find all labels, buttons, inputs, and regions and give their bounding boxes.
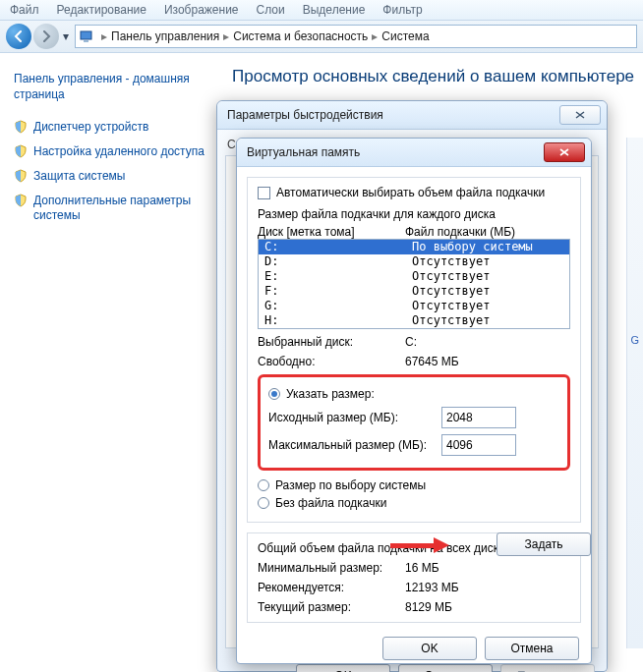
dialog-title: Параметры быстродействия [227, 108, 383, 122]
recommended-value: 12193 МБ [405, 581, 459, 594]
selected-drive-value: C: [405, 335, 417, 349]
cancel-button[interactable]: Отмена [485, 637, 579, 660]
maximum-size-label: Максимальный размер (МБ): [268, 438, 441, 452]
background-panel-edge: G [626, 138, 643, 648]
sidebar-home-link[interactable]: Панель управления - домашняя страница [14, 71, 206, 102]
breadcrumb-item[interactable]: Панель управления [111, 29, 219, 43]
radio-system-size[interactable] [258, 479, 269, 491]
page-title: Просмотр основных сведений о вашем компь… [232, 67, 635, 86]
radio-custom-size-label: Указать размер: [286, 387, 375, 401]
maximum-size-input[interactable] [441, 434, 516, 456]
min-size-label: Минимальный размер: [258, 561, 405, 575]
dialog-virtual-memory: Виртуальная память Автоматически выбират… [236, 138, 592, 664]
highlight-box: Указать размер: Исходный размер (МБ): Ма… [258, 374, 570, 471]
close-button[interactable] [559, 105, 601, 125]
initial-size-label: Исходный размер (МБ): [268, 411, 441, 424]
drive-list-row[interactable]: F:Отсутствует [259, 284, 569, 299]
shield-icon [14, 194, 28, 207]
sidebar-link-protection[interactable]: Защита системы [14, 169, 206, 184]
auto-manage-label: Автоматически выбирать объем файла подка… [276, 186, 545, 199]
svg-rect-0 [81, 31, 91, 39]
shield-icon [14, 144, 28, 158]
breadcrumb-item[interactable]: Система [381, 29, 429, 43]
selected-drive-label: Выбранный диск: [258, 335, 405, 349]
min-size-value: 16 МБ [405, 561, 439, 575]
address-bar[interactable]: ▸ Панель управления ▸ Система и безопасн… [75, 25, 637, 48]
sidebar-link-device-manager[interactable]: Диспетчер устройств [14, 120, 206, 135]
shield-icon [14, 169, 28, 183]
breadcrumb-item[interactable]: Система и безопасность [233, 29, 368, 43]
menu-bar: ФайлРедактированиеИзображениеСлоиВыделен… [0, 0, 643, 21]
free-space-value: 67645 МБ [405, 355, 459, 368]
radio-no-paging-label: Без файла подкачки [275, 496, 386, 510]
nav-bar: ▾ ▸ Панель управления ▸ Система и безопа… [0, 21, 643, 53]
drive-list[interactable]: C:По выбору системыD:ОтсутствуетE:Отсутс… [258, 239, 570, 329]
svg-rect-1 [84, 40, 88, 42]
nav-back-button[interactable] [6, 24, 31, 49]
radio-system-size-label: Размер по выбору системы [275, 478, 426, 492]
sidebar-link-label: Дополнительные параметры системы [33, 194, 206, 223]
current-size-label: Текущий размер: [258, 600, 405, 614]
breadcrumb-chevron-icon: ▸ [372, 29, 378, 43]
drive-list-row[interactable]: G:Отсутствует [259, 299, 569, 313]
drive-list-row[interactable]: D:Отсутствует [259, 254, 569, 269]
sidebar: Панель управления - домашняя страница Ди… [0, 53, 216, 672]
radio-custom-size[interactable] [268, 388, 280, 400]
drive-list-row[interactable]: C:По выбору системы [259, 240, 569, 254]
initial-size-input[interactable] [441, 407, 516, 428]
close-button[interactable] [544, 142, 585, 162]
ok-button[interactable]: OK [382, 637, 477, 660]
drive-list-row[interactable]: H:Отсутствует [259, 313, 569, 328]
sidebar-link-label: Диспетчер устройств [33, 120, 148, 135]
drive-list-row[interactable]: E:Отсутствует [259, 269, 569, 284]
sidebar-link-remote[interactable]: Настройка удаленного доступа [14, 144, 206, 159]
dialog-title: Виртуальная память [247, 145, 360, 159]
computer-icon [80, 28, 95, 44]
nav-history-dropdown[interactable]: ▾ [61, 24, 71, 49]
current-size-value: 8129 МБ [405, 600, 452, 614]
drive-list-header: Диск [метка тома] Файл подкачки (МБ) [258, 225, 570, 239]
background-letter: G [630, 334, 639, 346]
breadcrumb-chevron-icon: ▸ [101, 29, 107, 43]
recommended-label: Рекомендуется: [258, 581, 405, 594]
nav-forward-button[interactable] [33, 24, 59, 49]
auto-manage-checkbox[interactable] [258, 187, 270, 199]
sidebar-link-advanced[interactable]: Дополнительные параметры системы [14, 194, 206, 223]
drive-size-subhead: Размер файла подкачки для каждого диска [258, 207, 570, 221]
set-button[interactable]: Задать [497, 532, 591, 556]
radio-no-paging[interactable] [258, 497, 269, 509]
shield-icon [14, 120, 28, 134]
sidebar-link-label: Защита системы [33, 169, 125, 184]
sidebar-link-label: Настройка удаленного доступа [33, 144, 205, 159]
breadcrumb-chevron-icon: ▸ [223, 29, 229, 43]
free-space-label: Свободно: [258, 355, 405, 368]
